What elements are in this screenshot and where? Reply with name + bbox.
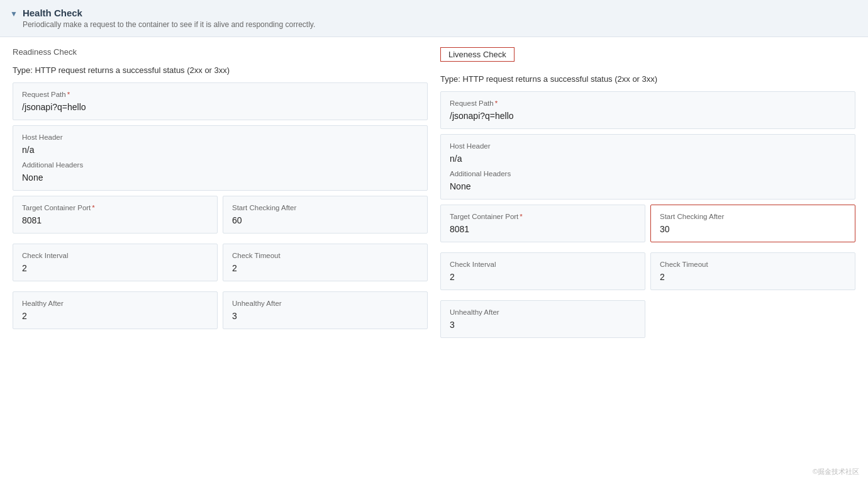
readiness-start-checking-value: 60 (232, 215, 418, 225)
liveness-row3: Unhealthy After 3 (440, 300, 855, 343)
main-content: Readiness Check Type: HTTP request retur… (0, 37, 868, 358)
readiness-check-timeout-label: Check Timeout (232, 252, 418, 259)
liveness-target-port-value: 8081 (450, 224, 636, 234)
liveness-check-timeout-card: Check Timeout 2 (650, 252, 855, 290)
readiness-check-timeout-card: Check Timeout 2 (223, 244, 428, 281)
liveness-start-checking-card: Start Checking After 30 (650, 205, 855, 242)
readiness-healthy-after-card: Healthy After 2 (13, 291, 218, 329)
readiness-target-port-value: 8081 (22, 215, 208, 225)
liveness-label-wrapper: Liveness Check (440, 47, 855, 68)
readiness-unhealthy-after-label: Unhealthy After (232, 300, 418, 307)
readiness-healthy-after-label: Healthy After (22, 300, 208, 307)
readiness-headers-card: Host Header n/a Additional Headers None (13, 125, 428, 191)
readiness-request-path-label: Request Path* (22, 91, 418, 98)
readiness-check-interval-card: Check Interval 2 (13, 244, 218, 281)
readiness-host-header-label: Host Header (22, 133, 418, 141)
liveness-check-interval-value: 2 (450, 272, 636, 282)
liveness-check-timeout-label: Check Timeout (660, 261, 846, 268)
liveness-type-prefix: Type: (440, 74, 460, 84)
header-content: Health Check Periodically make a request… (23, 8, 315, 29)
readiness-type-line: Type: HTTP request returns a successful … (13, 65, 428, 75)
readiness-check-interval-value: 2 (22, 263, 208, 273)
liveness-type-value: HTTP request returns a successful status… (462, 74, 657, 84)
liveness-request-path-label: Request Path* (450, 99, 846, 107)
liveness-additional-headers-label: Additional Headers (450, 170, 846, 177)
liveness-type-line: Type: HTTP request returns a successful … (440, 74, 855, 84)
liveness-check-interval-label: Check Interval (450, 261, 636, 268)
header-title: Health Check (23, 8, 315, 18)
header-subtitle: Periodically make a request to the conta… (23, 20, 315, 29)
readiness-label: Readiness Check (13, 47, 428, 59)
liveness-target-port-card: Target Container Port* 8081 (440, 205, 645, 242)
readiness-healthy-after-value: 2 (22, 311, 208, 321)
liveness-additional-headers-value: None (450, 181, 846, 191)
liveness-start-checking-value: 30 (660, 224, 846, 234)
liveness-check-timeout-value: 2 (660, 272, 846, 282)
liveness-column: Liveness Check Type: HTTP request return… (440, 47, 855, 348)
readiness-column: Readiness Check Type: HTTP request retur… (13, 47, 428, 348)
readiness-row2: Check Interval 2 Check Timeout 2 (13, 244, 428, 286)
readiness-type-value: HTTP request returns a successful status… (35, 65, 230, 75)
chevron-icon: ▼ (10, 9, 18, 18)
liveness-request-path-value: /jsonapi?q=hello (450, 111, 846, 121)
liveness-empty-cell (650, 300, 855, 343)
liveness-row1: Target Container Port* 8081 Start Checki… (440, 205, 855, 247)
readiness-unhealthy-after-value: 3 (232, 311, 418, 321)
readiness-check-timeout-value: 2 (232, 263, 418, 273)
readiness-row3: Healthy After 2 Unhealthy After 3 (13, 291, 428, 334)
liveness-row2: Check Interval 2 Check Timeout 2 (440, 252, 855, 295)
checks-container: Readiness Check Type: HTTP request retur… (13, 47, 855, 348)
liveness-headers-card: Host Header n/a Additional Headers None (440, 134, 855, 200)
health-check-header: ▼ Health Check Periodically make a reque… (0, 0, 868, 37)
readiness-row1: Target Container Port* 8081 Start Checki… (13, 196, 428, 239)
liveness-unhealthy-after-label: Unhealthy After (450, 308, 636, 316)
liveness-unhealthy-after-value: 3 (450, 320, 636, 330)
liveness-start-checking-label: Start Checking After (660, 213, 846, 220)
liveness-label[interactable]: Liveness Check (440, 47, 515, 62)
readiness-target-port-card: Target Container Port* 8081 (13, 196, 218, 234)
readiness-unhealthy-after-card: Unhealthy After 3 (223, 291, 428, 329)
liveness-host-header-label: Host Header (450, 142, 846, 150)
readiness-host-header-value: n/a (22, 145, 418, 155)
liveness-unhealthy-after-card: Unhealthy After 3 (440, 300, 645, 338)
readiness-type-prefix: Type: (13, 65, 33, 75)
liveness-request-path-card: Request Path* /jsonapi?q=hello (440, 91, 855, 129)
readiness-check-interval-label: Check Interval (22, 252, 208, 259)
liveness-host-header-value: n/a (450, 154, 846, 164)
readiness-start-checking-card: Start Checking After 60 (223, 196, 428, 234)
liveness-check-interval-card: Check Interval 2 (440, 252, 645, 290)
readiness-request-path-value: /jsonapi?q=hello (22, 102, 418, 112)
readiness-start-checking-label: Start Checking After (232, 204, 418, 211)
readiness-additional-headers-label: Additional Headers (22, 161, 418, 169)
readiness-request-path-card: Request Path* /jsonapi?q=hello (13, 82, 428, 120)
readiness-additional-headers-value: None (22, 172, 418, 183)
